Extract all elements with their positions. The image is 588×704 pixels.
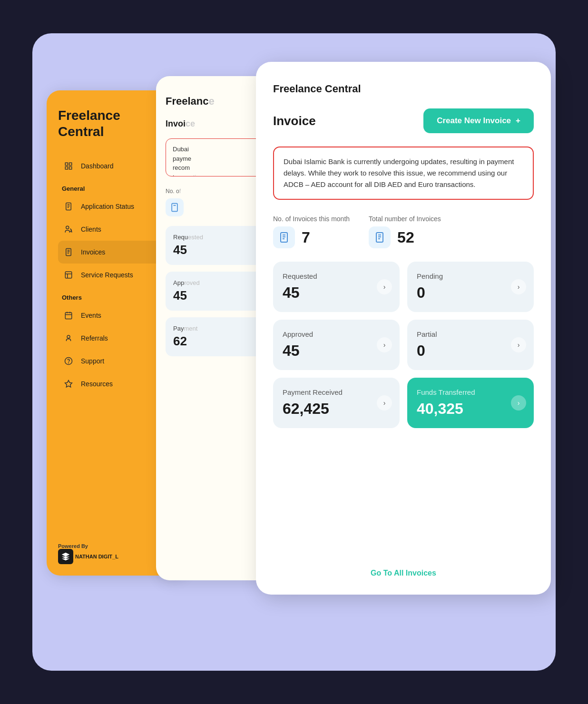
- pending-value: 0: [417, 284, 524, 302]
- invoices-month-icon: [273, 226, 295, 248]
- pending-card[interactable]: Pending 0 ›: [407, 262, 534, 312]
- resources-icon: [62, 377, 75, 391]
- go-to-all-invoices-link[interactable]: Go To All Invoices: [273, 559, 534, 577]
- invoices-month-value: 7: [302, 229, 310, 246]
- invoices-month-value-row: 7: [273, 226, 350, 248]
- payment-received-label: Payment Received: [283, 388, 390, 396]
- stats-row: No. of Invoices this month 7 Total numbe…: [273, 215, 534, 248]
- dashboard-icon: [62, 159, 75, 173]
- create-invoice-plus-icon: +: [516, 116, 520, 126]
- svg-rect-1: [69, 163, 72, 165]
- sidebar-item-referrals-label: Referrals: [81, 334, 108, 342]
- nathan-logo-icon: [58, 549, 73, 564]
- funds-transferred-value: 40,325: [417, 400, 524, 418]
- referrals-icon: [62, 332, 75, 345]
- partial-chevron-icon[interactable]: ›: [511, 337, 526, 352]
- sidebar-item-invoices-label: Invoices: [81, 248, 105, 256]
- pending-chevron-icon[interactable]: ›: [511, 279, 526, 294]
- total-invoices-icon: [369, 226, 391, 248]
- status-cards-grid-row1: Requested 45 › Pending 0 ›: [273, 262, 534, 312]
- others-section-title: Others: [62, 294, 169, 301]
- funds-transferred-card[interactable]: Funds Transferred 40,325 ›: [407, 378, 534, 428]
- total-invoices-value-row: 52: [369, 226, 441, 248]
- svg-marker-23: [65, 381, 72, 387]
- sidebar-item-app-status-label: Application Status: [81, 203, 134, 210]
- total-invoices-block: Total number of Invoices 52: [369, 215, 441, 248]
- approved-value: 45: [283, 342, 390, 360]
- invoice-page-title: Invoice: [273, 114, 316, 128]
- total-invoices-value: 52: [397, 229, 414, 246]
- partial-label: Partial: [417, 330, 524, 338]
- svg-rect-0: [65, 163, 68, 165]
- invoices-month-label: No. of Invoices this month: [273, 215, 350, 223]
- nathan-logo: NATHAN DIGIT_L: [58, 549, 118, 564]
- approved-label: Approved: [283, 330, 390, 338]
- sidebar-item-dashboard-label: Dashboard: [81, 162, 114, 170]
- svg-point-20: [67, 335, 70, 338]
- svg-rect-3: [65, 167, 68, 169]
- app-status-icon: [62, 200, 75, 213]
- svg-rect-16: [65, 313, 72, 319]
- service-requests-icon: [62, 268, 75, 282]
- svg-point-8: [66, 226, 69, 229]
- invoices-month-block: No. of Invoices this month 7: [273, 215, 350, 248]
- events-icon: [62, 309, 75, 322]
- svg-rect-2: [69, 167, 72, 169]
- partial-card[interactable]: Partial 0 ›: [407, 320, 534, 370]
- alert-box: Dubai Islamic Bank is currently undergoi…: [273, 147, 534, 200]
- partial-value: 0: [417, 342, 524, 360]
- general-section-title: General: [62, 185, 169, 192]
- sidebar-item-support-label: Support: [81, 357, 104, 365]
- support-icon: [62, 354, 75, 368]
- pending-label: Pending: [417, 272, 524, 280]
- svg-rect-13: [65, 272, 72, 278]
- total-invoices-label: Total number of Invoices: [369, 215, 441, 223]
- sidebar-item-events-label: Events: [81, 312, 101, 319]
- requested-label: Requested: [283, 272, 390, 280]
- powered-by-label: Powered By: [58, 543, 118, 549]
- outer-background: ‹ FreelanceCentral Dashboard General App…: [32, 33, 556, 671]
- invoices-icon: [62, 245, 75, 259]
- middle-stat-icon: [166, 198, 184, 216]
- main-card: Freelance Central Invoice Create New Inv…: [256, 62, 551, 595]
- sidebar-item-service-requests-label: Service Requests: [81, 271, 133, 279]
- sidebar-item-clients-label: Clients: [81, 225, 101, 233]
- nathan-logo-text: NATHAN DIGIT_L: [75, 554, 118, 559]
- svg-rect-24: [172, 204, 177, 212]
- svg-point-22: [69, 363, 69, 363]
- requested-value: 45: [283, 284, 390, 302]
- approved-chevron-icon[interactable]: ›: [377, 337, 392, 352]
- requested-chevron-icon[interactable]: ›: [377, 279, 392, 294]
- requested-card[interactable]: Requested 45 ›: [273, 262, 400, 312]
- approved-card[interactable]: Approved 45 ›: [273, 320, 400, 370]
- alert-text: Dubai Islamic Bank is currently undergoi…: [284, 157, 514, 188]
- status-cards-grid-row2: Approved 45 › Partial 0 ›: [273, 320, 534, 370]
- clients-icon: [62, 223, 75, 236]
- main-header-title: Freelance Central: [273, 83, 534, 95]
- sidebar-item-resources-label: Resources: [81, 380, 113, 388]
- payment-received-card[interactable]: Payment Received 62,425 ›: [273, 378, 400, 428]
- payment-received-value: 62,425: [283, 400, 390, 418]
- create-invoice-button[interactable]: Create New Invoice +: [423, 108, 534, 133]
- funds-transferred-chevron-icon[interactable]: ›: [511, 395, 526, 411]
- invoice-header: Invoice Create New Invoice +: [273, 108, 534, 133]
- funds-transferred-label: Funds Transferred: [417, 388, 524, 396]
- payment-received-chevron-icon[interactable]: ›: [377, 395, 392, 411]
- create-invoice-label: Create New Invoice: [437, 116, 511, 126]
- status-cards-grid-row3: Payment Received 62,425 › Funds Transfer…: [273, 378, 534, 428]
